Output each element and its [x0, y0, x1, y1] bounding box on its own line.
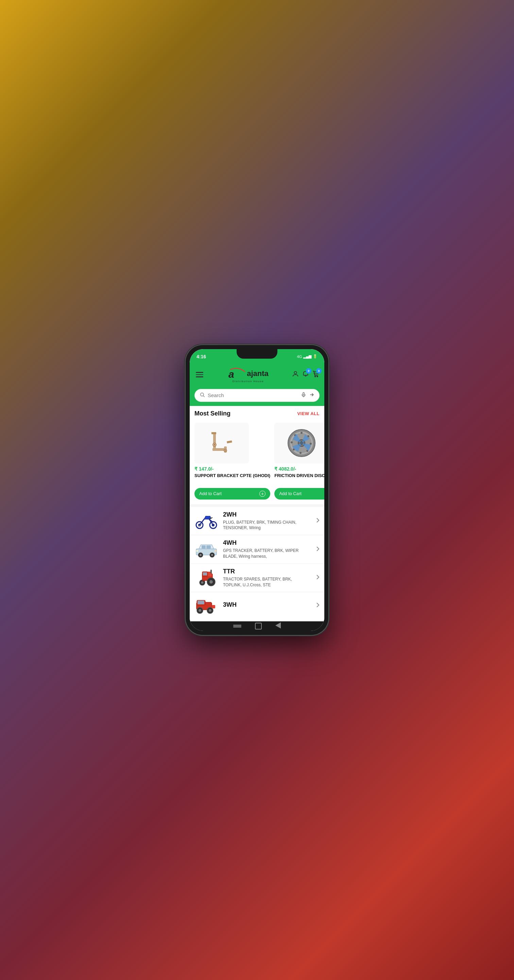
svg-text:a: a — [228, 369, 234, 380]
bottom-nav — [190, 621, 324, 631]
svg-rect-46 — [196, 550, 198, 552]
svg-line-5 — [203, 396, 205, 397]
logo-text: ajanta — [247, 369, 268, 378]
svg-rect-52 — [210, 570, 212, 574]
product-name-2: FRICTION DRIVEN DISC (VALEO) — [274, 473, 324, 485]
header-actions: 0 0 — [292, 370, 320, 379]
category-item-ttr[interactable]: TTR TRACTOR SPARES, BATTERY, BRK, TOPLIN… — [190, 564, 324, 592]
content-area: Most Selling VIEW ALL — [190, 406, 324, 622]
svg-point-54 — [209, 580, 213, 584]
signal-bars-icon: ▂▄▆ — [303, 354, 311, 359]
category-info-2wh: 2WH PLUG, BATTERY, BRK, TIMING CHAIN, TE… — [223, 511, 311, 531]
three-wheeler-icon — [195, 597, 218, 614]
category-name-ttr: TTR — [223, 568, 311, 575]
logo-icon: a — [228, 367, 248, 380]
category-image-3wh — [194, 596, 218, 615]
disc-product-image — [286, 428, 317, 458]
category-name-4wh: 4WH — [223, 539, 311, 546]
battery-icon: 🔋 — [313, 354, 317, 359]
svg-point-16 — [225, 450, 226, 451]
svg-point-43 — [200, 554, 201, 556]
car-icon — [195, 541, 218, 558]
tractor-icon — [195, 569, 218, 587]
category-info-4wh: 4WH GPS TRACKER, BATTERY, BRK, WIPER BLA… — [223, 539, 311, 559]
product-image-1 — [194, 423, 249, 463]
svg-rect-12 — [211, 432, 216, 434]
svg-marker-66 — [275, 622, 281, 628]
category-item-4wh[interactable]: 4WH GPS TRACKER, BATTERY, BRK, WIPER BLA… — [190, 535, 324, 564]
category-image-ttr — [194, 569, 218, 587]
svg-point-4 — [201, 393, 204, 396]
category-item-3wh[interactable]: 3WH — [190, 592, 324, 621]
add-to-cart-button-2[interactable]: Add to Cart + — [274, 488, 324, 500]
search-input[interactable] — [208, 392, 298, 398]
chevron-right-4wh — [316, 546, 320, 553]
logo: a ajanta Distribution House — [228, 367, 268, 383]
hamburger-line-2 — [196, 374, 203, 375]
svg-rect-47 — [214, 550, 217, 552]
status-time: 4:16 — [197, 354, 206, 360]
svg-point-45 — [211, 554, 213, 556]
profile-button[interactable] — [292, 370, 299, 379]
products-scroll: ₹ 147.0/- SUPPORT BRACKET CPTE (GHODI) A… — [190, 420, 324, 504]
hamburger-line-1 — [196, 372, 203, 373]
search-go-button[interactable] — [309, 392, 314, 399]
notch-cutout — [236, 349, 278, 359]
add-to-cart-button-1[interactable]: Add to Cart + — [194, 488, 270, 500]
menu-button[interactable] — [194, 371, 205, 379]
svg-point-23 — [300, 432, 303, 434]
category-name-3wh: 3WH — [223, 601, 311, 608]
product-card-2: ₹ 4082.0/- FRICTION DRIVEN DISC (VALEO) … — [274, 423, 324, 500]
category-info-ttr: TTR TRACTOR SPARES, BATTERY, BRK, TOPLIN… — [223, 568, 311, 588]
most-selling-header: Most Selling VIEW ALL — [190, 406, 324, 420]
product-price-1: ₹ 147.0/- — [194, 466, 270, 472]
category-tags-4wh: GPS TRACKER, BATTERY, BRK, WIPER BLADE, … — [223, 548, 311, 559]
nav-square-button[interactable] — [255, 623, 262, 630]
product-card-1: ₹ 147.0/- SUPPORT BRACKET CPTE (GHODI) A… — [194, 423, 270, 500]
category-item-2wh[interactable]: 2WH PLUG, BATTERY, BRK, TIMING CHAIN, TE… — [190, 507, 324, 536]
product-name-1: SUPPORT BRACKET CPTE (GHODI) — [194, 473, 270, 485]
svg-rect-6 — [303, 392, 304, 395]
svg-point-29 — [291, 441, 293, 443]
svg-rect-40 — [201, 546, 206, 549]
chevron-right-ttr — [316, 574, 320, 581]
svg-rect-9 — [213, 433, 216, 450]
motorcycle-icon — [195, 513, 218, 529]
svg-rect-41 — [206, 546, 211, 549]
plus-icon-1: + — [259, 491, 265, 497]
chevron-right-2wh — [316, 517, 320, 524]
phone-screen: 4:16 4G ▂▄▆ 🔋 a — [190, 349, 324, 631]
most-selling-title: Most Selling — [194, 410, 230, 417]
notifications-button[interactable]: 0 — [302, 370, 309, 379]
nav-home-button[interactable] — [233, 625, 241, 627]
search-icon — [200, 392, 205, 399]
status-icons: 4G ▂▄▆ 🔋 — [297, 354, 317, 359]
svg-point-1 — [294, 371, 297, 374]
cart-badge: 0 — [316, 368, 322, 374]
status-bar: 4:16 4G ▂▄▆ 🔋 — [190, 349, 324, 364]
profile-icon — [292, 370, 299, 378]
category-image-2wh — [194, 511, 218, 530]
svg-rect-60 — [198, 601, 204, 605]
category-image-4wh — [194, 540, 218, 559]
category-info-3wh: 3WH — [223, 601, 311, 610]
phone-shell: 4:16 4G ▂▄▆ 🔋 a — [186, 345, 328, 635]
svg-rect-65 — [212, 605, 215, 608]
category-tags-2wh: PLUG, BATTERY, BRK, TIMING CHAIN, TENSIO… — [223, 520, 311, 531]
nav-back-button[interactable] — [275, 622, 281, 630]
chevron-right-3wh — [316, 602, 320, 609]
notification-badge: 0 — [306, 368, 311, 374]
category-tags-ttr: TRACTOR SPARES, BATTERY, BRK, TOPLINK, U… — [223, 576, 311, 588]
search-container — [190, 386, 324, 406]
bracket-product-image — [206, 430, 237, 457]
svg-rect-51 — [203, 572, 207, 576]
search-bar[interactable] — [194, 389, 320, 402]
svg-point-62 — [198, 609, 201, 612]
app-header: a ajanta Distribution House — [190, 364, 324, 386]
cart-button[interactable]: 0 — [312, 370, 320, 379]
microphone-icon[interactable] — [301, 392, 306, 399]
view-all-button[interactable]: VIEW ALL — [297, 411, 320, 416]
product-image-2 — [274, 423, 324, 463]
svg-point-14 — [214, 444, 215, 445]
svg-point-25 — [310, 443, 312, 445]
